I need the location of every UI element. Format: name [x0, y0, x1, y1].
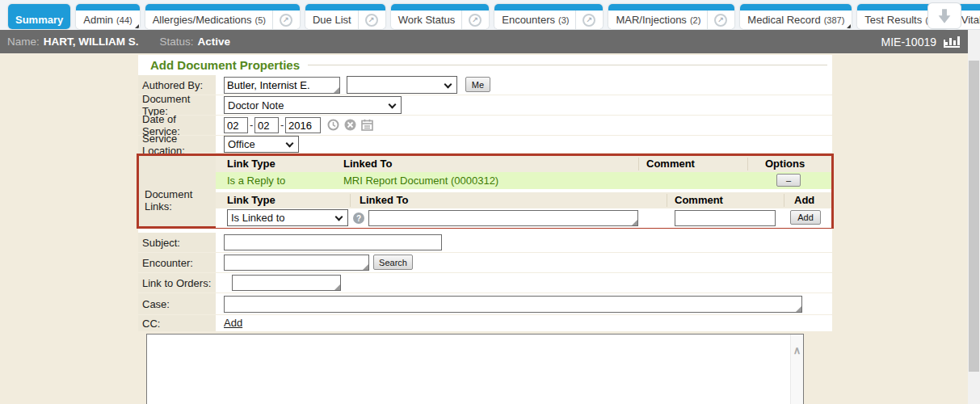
open-new-window-icon[interactable]: ↗: [365, 14, 378, 27]
tab-label: Encounters: [502, 14, 555, 26]
authored-by-select[interactable]: [347, 76, 457, 94]
calendar-icon[interactable]: [361, 119, 373, 134]
open-new-window-icon[interactable]: ↗: [469, 14, 482, 27]
patient-status: Active: [198, 36, 231, 48]
help-icon[interactable]: ?: [353, 213, 364, 224]
tab-count: (3): [558, 15, 569, 25]
tab-cap: [305, 4, 385, 11]
tab-allergies-medications[interactable]: Allergies/Medications(5) ↗: [145, 4, 300, 29]
open-new-window-icon[interactable]: ↗: [714, 14, 727, 27]
encounter-label: Encounter:: [138, 253, 216, 272]
tab-due-list[interactable]: Due List ↗: [305, 4, 385, 29]
tab-work-status[interactable]: Work Status ↗: [391, 4, 490, 29]
tab-overflow-button[interactable]: [927, 2, 961, 29]
date-separator: -: [280, 119, 284, 131]
date-day-input[interactable]: [254, 117, 279, 133]
tab-label: Summary: [15, 14, 63, 26]
subject-input[interactable]: [224, 234, 442, 250]
tab-cap: [76, 4, 139, 11]
link-type-value: Is a Reply to: [227, 175, 285, 187]
tab-label: Medical Record: [747, 14, 820, 26]
tab-count: (44): [116, 15, 132, 25]
flowsheet-chart-icon[interactable]: [943, 35, 961, 48]
tab-label: Vital Signs: [961, 14, 980, 26]
tab-label: Allergies/Medications: [153, 14, 252, 26]
chevron-down-icon: [389, 101, 397, 109]
heading-rule: [308, 65, 827, 65]
open-new-window-icon[interactable]: ↗: [280, 14, 292, 27]
existing-links-header-row: Link Type Linked To Comment Options: [216, 156, 831, 172]
chevron-down-icon: [335, 213, 343, 221]
dropdown-corner-icon: [847, 24, 851, 28]
name-label: Name:: [7, 36, 40, 48]
me-button[interactable]: Me: [465, 77, 490, 92]
add-link-button[interactable]: Add: [790, 210, 821, 225]
scroll-up-icon[interactable]: ∧: [791, 344, 803, 356]
authored-by-input[interactable]: [224, 77, 340, 94]
tab-count: (5): [255, 15, 266, 25]
authored-by-label: Authored By:: [138, 75, 216, 95]
clock-icon[interactable]: [327, 119, 339, 134]
tab-medical-record[interactable]: Medical Record(387): [740, 4, 852, 29]
service-location-select[interactable]: Office: [224, 136, 299, 153]
encounter-search-button[interactable]: Search: [373, 255, 413, 270]
remove-link-button[interactable]: –: [776, 174, 801, 187]
column-header: Link Type: [227, 194, 275, 206]
service-location-label: Service Location:: [138, 136, 216, 153]
document-type-select[interactable]: Doctor Note: [224, 96, 402, 114]
document-body-textarea[interactable]: ∧: [146, 334, 804, 404]
tab-summary[interactable]: Summary: [8, 4, 70, 29]
tab-cap: [608, 4, 734, 11]
tab-count: (387): [824, 15, 845, 25]
tab-label: Work Status: [398, 14, 456, 26]
link-to-orders-label: Link to Orders:: [138, 273, 216, 292]
column-header: Add: [794, 194, 814, 206]
tab-encounters[interactable]: Encounters(3) ↗: [494, 4, 603, 29]
down-arrow-icon: [936, 7, 953, 25]
column-header: Comment: [646, 158, 695, 170]
new-link-header-row: Link Type Linked To Comment Add: [216, 192, 831, 208]
document-type-label: Document Type:: [138, 95, 216, 115]
column-header: Options: [765, 158, 805, 170]
link-comment-input[interactable]: [675, 210, 776, 226]
tab-label: Test Results: [864, 14, 922, 26]
tab-mar-injections[interactable]: MAR/Injections(2) ↗: [608, 4, 734, 29]
link-to-orders-input[interactable]: [232, 275, 341, 291]
chevron-down-icon: [286, 140, 294, 148]
webchart-window: Summary Admin(44) Allergies/Medications(…: [0, 0, 980, 404]
date-month-input[interactable]: [224, 117, 248, 133]
tab-count: (2): [690, 15, 700, 25]
new-link-controls-row: Is Linked to ? Add: [216, 208, 831, 228]
chevron-down-icon: [444, 81, 452, 89]
tab-cap: [391, 4, 490, 11]
column-header: Comment: [675, 194, 723, 206]
chart-tab-bar: Summary Admin(44) Allergies/Medications(…: [0, 0, 980, 30]
date-year-input[interactable]: [285, 117, 321, 133]
encounter-input[interactable]: [224, 255, 369, 271]
patient-header-bar: Name: HART, WILLIAM S. Status: Active MI…: [0, 30, 968, 53]
page-scrollbar[interactable]: [968, 30, 980, 404]
textarea-scrollbar[interactable]: ∧: [790, 335, 803, 404]
cc-add-link[interactable]: Add: [224, 317, 242, 329]
linked-to-value: MRI Report Document (0000312): [343, 175, 498, 187]
column-header: Linked To: [360, 194, 408, 206]
link-type-select[interactable]: Is Linked to: [227, 209, 348, 226]
page-scrollbar-thumb[interactable]: [969, 61, 979, 372]
tab-label: Due List: [313, 14, 351, 26]
tab-cap: [145, 4, 300, 11]
tab-cap: [494, 4, 603, 11]
column-header: Link Type: [227, 158, 275, 170]
document-links-label: Document Links:: [139, 156, 216, 226]
dropdown-corner-icon: [135, 24, 139, 28]
case-input[interactable]: [224, 296, 802, 313]
clear-date-icon[interactable]: [344, 119, 356, 134]
patient-name: HART, WILLIAM S.: [44, 36, 139, 48]
open-new-window-icon[interactable]: ↗: [583, 14, 595, 27]
tab-admin[interactable]: Admin(44): [76, 4, 139, 29]
tab-cap: [740, 4, 852, 11]
tab-cap: [8, 4, 70, 11]
tab-label: MAR/Injections: [616, 14, 686, 26]
status-label: Status:: [160, 36, 194, 48]
linked-to-input[interactable]: [368, 210, 638, 226]
document-links-section: Document Links: Link Type Linked To Comm…: [137, 154, 834, 229]
